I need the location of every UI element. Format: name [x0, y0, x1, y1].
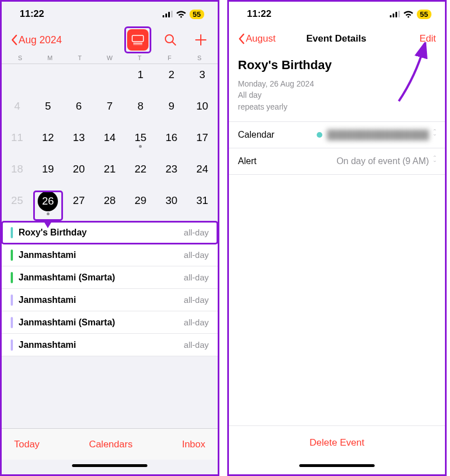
calendar-day-cell[interactable]: 26: [33, 190, 64, 221]
day-number: 15: [134, 132, 146, 144]
event-row[interactable]: Janmashtamiall-day: [2, 334, 218, 356]
toolbar: Today Calendars Inbox: [2, 428, 218, 460]
calendar-day-cell[interactable]: 11: [2, 127, 33, 158]
updown-icon: ˆˇ: [434, 156, 436, 166]
home-indicator[interactable]: [229, 460, 445, 474]
event-time: all-day: [184, 273, 209, 282]
calendar-day-cell[interactable]: 22: [125, 158, 156, 190]
calendar-day-cell[interactable]: 23: [156, 158, 187, 190]
event-row[interactable]: Janmashtamiall-day: [2, 289, 218, 311]
search-icon: [164, 33, 177, 47]
calendar-day-cell[interactable]: 16: [156, 127, 187, 158]
weekday-label: S: [184, 55, 214, 61]
day-number: 14: [104, 132, 115, 144]
day-number: 5: [45, 100, 51, 112]
calendar-day-cell[interactable]: 7: [94, 96, 125, 127]
calendar-day-cell[interactable]: 12: [33, 127, 64, 158]
event-title: Janmashtami (Smarta): [19, 318, 184, 328]
page-title: Event Details: [253, 33, 420, 44]
search-button[interactable]: [163, 32, 178, 48]
status-time: 11:22: [20, 8, 44, 20]
calendar-day-cell[interactable]: 28: [94, 190, 125, 221]
calendar-day-cell[interactable]: 31: [187, 190, 218, 221]
day-number: 2: [168, 69, 174, 81]
calendar-day-cell[interactable]: 9: [156, 96, 187, 127]
wifi-icon: [176, 11, 186, 18]
calendar-day-cell[interactable]: [2, 64, 33, 96]
day-number: 23: [165, 163, 177, 175]
event-row[interactable]: Janmashtami (Smarta)all-day: [2, 311, 218, 334]
calendar-color-dot: [317, 132, 322, 138]
day-number: 16: [165, 132, 177, 144]
calendar-day-cell[interactable]: 15: [125, 127, 156, 158]
calendar-day-cell[interactable]: 25: [2, 190, 33, 221]
event-color-bar: [11, 317, 13, 328]
back-button[interactable]: Aug 2024: [11, 34, 62, 46]
calendar-value: ████████████████: [327, 130, 429, 140]
edit-button[interactable]: Edit: [420, 33, 436, 44]
calendar-day-cell[interactable]: [94, 64, 125, 96]
day-number: 6: [76, 100, 82, 112]
event-row[interactable]: Janmashtami (Smarta)all-day: [2, 266, 218, 289]
calendar-day-cell[interactable]: 8: [125, 96, 156, 127]
calendar-day-cell[interactable]: 18: [2, 158, 33, 190]
plus-icon: [194, 33, 208, 47]
updown-icon: ˆˇ: [434, 130, 436, 140]
delete-event-button[interactable]: Delete Event: [229, 425, 445, 460]
calendar-day-cell[interactable]: [33, 64, 64, 96]
calendar-day-cell[interactable]: 3: [187, 64, 218, 96]
calendar-day-cell[interactable]: 30: [156, 190, 187, 221]
calendar-day-cell[interactable]: 13: [64, 127, 94, 158]
calendar-day-cell[interactable]: 29: [125, 190, 156, 221]
event-time: all-day: [184, 295, 209, 305]
calendar-day-cell[interactable]: 19: [33, 158, 64, 190]
calendar-day-cell[interactable]: 4: [2, 96, 33, 127]
list-view-button[interactable]: [127, 29, 148, 51]
calendar-day-cell[interactable]: 21: [94, 158, 125, 190]
add-event-button[interactable]: [193, 32, 209, 48]
day-number: 25: [11, 194, 23, 207]
alert-row[interactable]: Alert On day of event (9 AM) ˆˇ: [229, 148, 445, 175]
calendar-grid[interactable]: 1234567891011121314151617181920212223242…: [2, 64, 218, 221]
event-date: Monday, 26 Aug 2024: [238, 78, 436, 89]
event-title: Roxy's Birthday: [238, 58, 436, 72]
calendar-day-cell[interactable]: 10: [187, 96, 218, 127]
calendar-day-cell[interactable]: 20: [64, 158, 94, 190]
calendar-day-cell[interactable]: 14: [94, 127, 125, 158]
svg-rect-11: [390, 15, 392, 17]
svg-line-8: [172, 42, 176, 45]
battery-level: 55: [190, 10, 204, 19]
today-button[interactable]: Today: [14, 439, 39, 450]
weekday-label: F: [155, 55, 184, 61]
event-row[interactable]: Roxy's Birthdayall-day: [2, 221, 218, 244]
calendar-row[interactable]: Calendar ████████████████ ˆˇ: [229, 121, 445, 148]
calendars-button[interactable]: Calendars: [89, 439, 133, 450]
calendar-day-cell[interactable]: 1: [125, 64, 156, 96]
list-view-icon: [132, 35, 144, 45]
svg-rect-13: [395, 12, 397, 17]
day-number: 29: [134, 194, 146, 207]
event-title: Janmashtami: [19, 250, 184, 260]
day-number: 17: [196, 132, 208, 144]
event-title: Roxy's Birthday: [19, 228, 184, 238]
day-number: 11: [11, 132, 23, 144]
event-color-bar: [11, 250, 13, 261]
status-bar: 11:22 55: [2, 2, 218, 26]
status-right: 55: [163, 10, 204, 19]
calendar-day-cell[interactable]: 27: [64, 190, 94, 221]
calendar-day-cell[interactable]: 2: [156, 64, 187, 96]
calendar-day-cell[interactable]: 5: [33, 96, 64, 127]
day-number: 8: [138, 100, 144, 112]
inbox-button[interactable]: Inbox: [182, 439, 205, 450]
day-number: 20: [73, 163, 85, 175]
calendar-day-cell[interactable]: 17: [187, 127, 218, 158]
day-number: 18: [11, 163, 23, 175]
calendar-day-cell[interactable]: 6: [64, 96, 94, 127]
calendar-day-cell[interactable]: 24: [187, 158, 218, 190]
home-indicator[interactable]: [2, 460, 218, 474]
weekday-label: T: [65, 55, 94, 61]
event-row[interactable]: Janmashtamiall-day: [2, 244, 218, 266]
calendar-day-cell[interactable]: [64, 64, 94, 96]
weekday-label: M: [35, 55, 65, 61]
svg-rect-2: [168, 12, 170, 17]
